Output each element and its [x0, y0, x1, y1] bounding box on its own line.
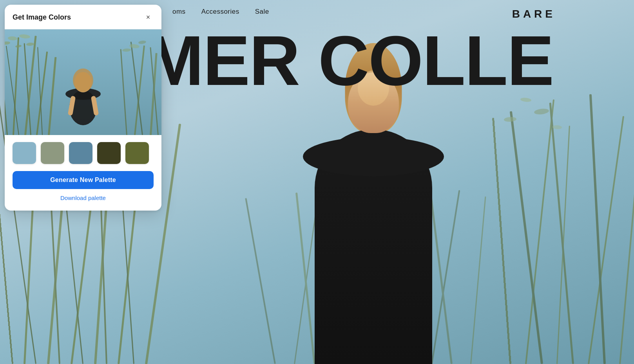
- nav-item-oms[interactable]: oms: [172, 8, 186, 16]
- nav-item-sale[interactable]: Sale: [255, 8, 269, 16]
- hero-title: MER COLLE: [145, 25, 634, 96]
- navbar: oms Accessories Sale: [157, 0, 634, 23]
- download-palette-link[interactable]: Download palette: [13, 193, 154, 204]
- color-swatch-3[interactable]: [97, 142, 121, 164]
- close-button[interactable]: ×: [143, 12, 154, 23]
- color-swatches: [13, 142, 154, 164]
- color-swatch-2[interactable]: [69, 142, 92, 164]
- modal-header: Get Image Colors ×: [5, 5, 161, 29]
- nav-item-accessories[interactable]: Accessories: [201, 8, 239, 16]
- modal-preview-reeds: [5, 29, 161, 135]
- palette-section: Generate New Palette Download palette: [5, 135, 161, 211]
- brand-name: BARE: [512, 8, 556, 20]
- modal-image-preview: [5, 29, 161, 135]
- color-swatch-0[interactable]: [13, 142, 36, 164]
- modal-title: Get Image Colors: [13, 13, 71, 22]
- color-swatch-1[interactable]: [41, 142, 64, 164]
- color-picker-modal: Get Image Colors ×: [5, 5, 161, 211]
- color-swatch-4[interactable]: [125, 142, 149, 164]
- svg-point-61: [73, 68, 93, 92]
- generate-palette-button[interactable]: Generate New Palette: [13, 171, 154, 189]
